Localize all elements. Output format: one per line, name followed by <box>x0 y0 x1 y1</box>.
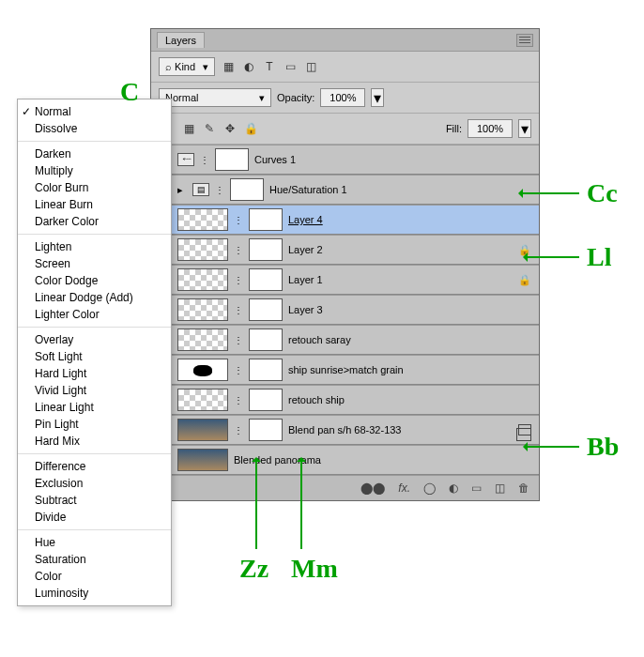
blend-mode-item[interactable]: Vivid Light <box>18 382 171 399</box>
layer-thumb[interactable] <box>177 208 228 231</box>
lock-all-icon[interactable]: 🔒 <box>243 121 258 136</box>
layer-thumb[interactable] <box>177 419 228 441</box>
blend-mode-item[interactable]: Saturation <box>18 551 171 568</box>
layers-tab[interactable]: Layers <box>157 32 205 48</box>
layer-mask-thumb[interactable] <box>215 148 249 171</box>
layer-mask-thumb[interactable] <box>249 208 283 231</box>
link-layers-icon[interactable]: ⬤⬤ <box>360 481 385 495</box>
layer-fx-icon[interactable]: fx. <box>398 481 410 495</box>
layer-name[interactable]: Layer 2 <box>288 244 513 255</box>
blend-mode-item[interactable]: Hard Light <box>18 365 171 382</box>
blend-mode-dropdown[interactable]: Normal▾ <box>159 88 271 107</box>
layer-row[interactable]: ⋮ship sunrise>match grain <box>151 355 539 385</box>
layer-mask-thumb[interactable] <box>249 419 283 441</box>
smartobj-filter-icon[interactable]: ◫ <box>303 59 318 74</box>
layer-mask-thumb[interactable] <box>249 238 283 261</box>
shape-filter-icon[interactable]: ▭ <box>283 59 298 74</box>
panel-menu-icon[interactable] <box>516 34 533 47</box>
layer-row[interactable]: ⬳⋮Curves 1 <box>151 145 539 175</box>
layer-mask-thumb[interactable] <box>249 389 283 411</box>
layer-mask-thumb[interactable] <box>249 359 283 381</box>
fill-flyout[interactable]: ▾ <box>518 119 531 138</box>
layer-name[interactable]: retouch ship <box>288 394 531 405</box>
opacity-flyout[interactable]: ▾ <box>371 88 384 107</box>
filter-kind-dropdown[interactable]: ⌕ Kind ▾ <box>159 57 215 76</box>
layer-row[interactable]: ⋮Layer 1🔒 <box>151 265 539 295</box>
blend-mode-item[interactable]: Linear Burn <box>18 196 171 213</box>
layer-name[interactable]: ship sunrise>match grain <box>288 364 531 375</box>
layer-row[interactable]: ⋮retouch saray <box>151 325 539 355</box>
link-icon[interactable]: ⋮ <box>215 183 224 196</box>
layer-name[interactable]: Layer 3 <box>288 304 531 315</box>
layer-name[interactable]: Blended panorama <box>234 454 531 466</box>
lock-transparency-icon[interactable]: ▦ <box>181 121 196 136</box>
layer-row[interactable]: Blended panorama <box>151 445 539 475</box>
blend-mode-item[interactable]: Linear Light <box>18 399 171 416</box>
link-icon[interactable]: ⋮ <box>234 363 243 376</box>
link-icon[interactable]: ⋮ <box>234 423 243 436</box>
blend-mode-item[interactable]: Pin Light <box>18 416 171 433</box>
layer-mask-icon[interactable]: ◯ <box>423 481 436 495</box>
layer-row[interactable]: ▸▤⋮Hue/Saturation 1 <box>151 175 539 205</box>
link-icon[interactable]: ⋮ <box>234 243 243 256</box>
blend-mode-item[interactable]: Dissolve <box>18 120 171 137</box>
blend-mode-item[interactable]: Hue <box>18 534 171 551</box>
blend-mode-item[interactable]: Multiply <box>18 162 171 179</box>
fx-arrow-icon[interactable]: ▸ <box>177 184 187 196</box>
link-icon[interactable]: ⋮ <box>234 303 243 316</box>
layer-row[interactable]: ⋮retouch ship <box>151 385 539 415</box>
layer-name[interactable]: Curves 1 <box>254 154 531 165</box>
new-layer-icon[interactable]: ◫ <box>495 481 505 495</box>
layer-name[interactable]: Layer 4 <box>288 214 531 225</box>
blend-mode-menu[interactable]: NormalDissolveDarkenMultiplyColor BurnLi… <box>17 99 172 606</box>
blend-mode-item[interactable]: Subtract <box>18 492 171 509</box>
blend-mode-item[interactable]: Luminosity <box>18 585 171 602</box>
blend-mode-item[interactable]: Linear Dodge (Add) <box>18 289 171 306</box>
link-icon[interactable]: ⋮ <box>234 333 243 346</box>
pixel-filter-icon[interactable]: ▦ <box>221 59 236 74</box>
layer-row[interactable]: ⋮Layer 2🔒 <box>151 235 539 265</box>
link-icon[interactable]: ⋮ <box>234 273 243 286</box>
blend-mode-item[interactable]: Color Burn <box>18 179 171 196</box>
link-icon[interactable]: ⋮ <box>234 213 243 226</box>
layer-mask-thumb[interactable] <box>249 268 283 291</box>
type-filter-icon[interactable]: T <box>262 59 277 74</box>
blend-mode-item[interactable]: Darker Color <box>18 213 171 230</box>
adjustment-filter-icon[interactable]: ◐ <box>241 59 256 74</box>
blend-mode-item[interactable]: Overlay <box>18 331 171 348</box>
lock-position-icon[interactable]: ✥ <box>222 121 238 136</box>
opacity-input[interactable]: 100% <box>320 88 365 107</box>
blend-mode-item[interactable]: Soft Light <box>18 348 171 365</box>
layer-mask-thumb[interactable] <box>249 298 283 321</box>
blend-mode-item[interactable]: Lighter Color <box>18 306 171 323</box>
fill-input[interactable]: 100% <box>468 119 513 138</box>
layer-thumb[interactable] <box>177 298 228 321</box>
blend-mode-item[interactable]: Exclusion <box>18 475 171 492</box>
blend-mode-item[interactable]: Color Dodge <box>18 272 171 289</box>
layer-name[interactable]: Blend pan s/h 68-32-133 <box>288 424 513 435</box>
layer-row[interactable]: ⋮Layer 4 <box>151 205 539 235</box>
layer-name[interactable]: Layer 1 <box>288 274 513 285</box>
blend-mode-item[interactable]: Hard Mix <box>18 433 171 450</box>
adjustment-layer-icon[interactable]: ◐ <box>449 481 458 495</box>
trash-icon[interactable]: 🗑 <box>518 481 529 495</box>
layer-name[interactable]: Hue/Saturation 1 <box>269 184 531 195</box>
link-icon[interactable]: ⋮ <box>234 393 243 406</box>
layer-thumb[interactable] <box>177 268 228 291</box>
blend-mode-item[interactable]: Darken <box>18 145 171 162</box>
group-icon[interactable]: ▭ <box>471 481 482 495</box>
layer-mask-thumb[interactable] <box>230 178 264 201</box>
layer-name[interactable]: retouch saray <box>288 334 531 345</box>
blend-mode-item[interactable]: Color <box>18 568 171 585</box>
layer-mask-thumb[interactable] <box>249 328 283 351</box>
layer-thumb[interactable] <box>177 449 228 471</box>
blend-mode-item[interactable]: Lighten <box>18 238 171 255</box>
blend-mode-item[interactable]: Screen <box>18 255 171 272</box>
blend-mode-item[interactable]: Normal <box>18 103 171 120</box>
blend-mode-item[interactable]: Difference <box>18 458 171 475</box>
layer-thumb[interactable] <box>177 389 228 411</box>
layer-thumb[interactable] <box>177 359 228 381</box>
blend-mode-item[interactable]: Divide <box>18 509 171 526</box>
layer-row[interactable]: ⋮Blend pan s/h 68-32-133 <box>151 415 539 445</box>
layer-row[interactable]: ⋮Layer 3 <box>151 295 539 325</box>
